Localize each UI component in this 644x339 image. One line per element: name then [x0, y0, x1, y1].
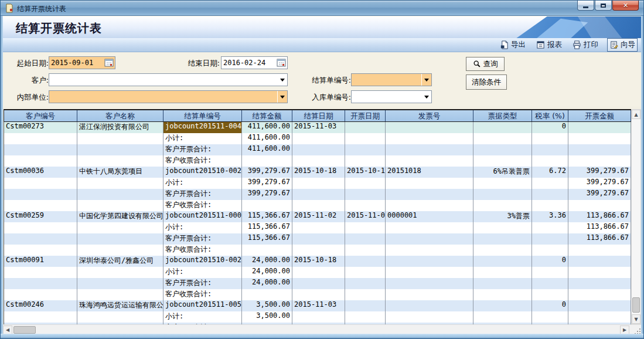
cell[interactable]: [345, 245, 386, 256]
cell[interactable]: [568, 133, 631, 144]
cell[interactable]: 399,279.67: [568, 178, 631, 189]
cell[interactable]: [292, 133, 345, 144]
cell[interactable]: [77, 222, 163, 233]
cell[interactable]: [345, 122, 386, 133]
cell[interactable]: [386, 178, 473, 189]
cell[interactable]: 3,500.00: [242, 311, 292, 323]
cell[interactable]: [473, 122, 532, 133]
table-row[interactable]: 客户开票合计:411,600.00: [4, 144, 631, 155]
column-header-2[interactable]: 结算单编号: [163, 110, 242, 121]
cell[interactable]: 411,600.00: [242, 144, 292, 155]
cell[interactable]: [473, 133, 532, 144]
scroll-left-icon[interactable]: ◀: [3, 326, 12, 334]
cell[interactable]: [386, 267, 473, 278]
cell[interactable]: [473, 200, 532, 211]
cell[interactable]: [345, 200, 386, 211]
report-button[interactable]: 报表: [534, 39, 564, 51]
cell[interactable]: [77, 311, 163, 323]
cell[interactable]: 115,366.67: [242, 233, 292, 245]
cell[interactable]: [4, 311, 77, 323]
cell[interactable]: [77, 200, 163, 211]
cell[interactable]: 113,866.67: [568, 233, 631, 245]
table-row[interactable]: Cstm00091深圳华泰公司/雅鑫公司jobcount201510-00212…: [4, 256, 631, 267]
scroll-up-icon[interactable]: ▲: [632, 110, 640, 119]
table-row[interactable]: 小计:399,279.67399,279.67: [4, 178, 631, 189]
cell[interactable]: 411,600.00: [242, 122, 292, 133]
cell[interactable]: [77, 278, 163, 289]
cell[interactable]: [473, 155, 532, 167]
column-header-5[interactable]: 开票日期: [345, 110, 386, 121]
horizontal-scroll-thumb[interactable]: [13, 326, 36, 334]
query-button[interactable]: 查询: [466, 57, 505, 71]
cell[interactable]: 2015-10-18: [292, 256, 345, 267]
cell[interactable]: [568, 122, 631, 133]
cell[interactable]: [242, 155, 292, 167]
cell[interactable]: jobcount201510-0028: [163, 167, 242, 178]
cell[interactable]: [473, 144, 532, 155]
cell[interactable]: [345, 133, 386, 144]
cell[interactable]: [292, 189, 345, 200]
column-header-8[interactable]: 税率 (%): [532, 110, 568, 121]
cell[interactable]: [345, 289, 386, 300]
cell[interactable]: [4, 189, 77, 200]
cell[interactable]: [345, 267, 386, 278]
column-header-6[interactable]: 发票号: [386, 110, 473, 121]
end-date-field[interactable]: 2016-02-24: [221, 56, 288, 69]
cell[interactable]: 深圳华泰公司/雅鑫公司: [77, 256, 163, 267]
cell[interactable]: jobcount201510-0021: [163, 256, 242, 267]
cell[interactable]: 0000001: [386, 211, 473, 222]
cell[interactable]: 20151018: [386, 167, 473, 178]
cell[interactable]: 399,279.67: [242, 167, 292, 178]
cell[interactable]: [386, 278, 473, 289]
wizard-button[interactable]: 向导: [607, 38, 638, 52]
cell[interactable]: [532, 189, 568, 200]
cell[interactable]: 客户开票合计:: [163, 278, 242, 289]
cell[interactable]: 2015-11-03: [292, 300, 345, 311]
chevron-down-icon[interactable]: [277, 91, 287, 103]
calendar-icon[interactable]: [277, 58, 286, 67]
cell[interactable]: [292, 155, 345, 167]
cell[interactable]: [568, 300, 631, 311]
cell[interactable]: [473, 178, 532, 189]
cell[interactable]: [386, 122, 473, 133]
cell[interactable]: [386, 245, 473, 256]
cell[interactable]: [345, 155, 386, 167]
cell[interactable]: [532, 155, 568, 167]
cell[interactable]: jobcount201511-0043: [163, 122, 242, 133]
cell[interactable]: [4, 155, 77, 167]
close-button[interactable]: ✕: [612, 1, 639, 11]
cell[interactable]: 中国化学第四建设有限公司: [77, 211, 163, 222]
cell[interactable]: jobcount201511-0003: [163, 211, 242, 222]
column-header-9[interactable]: 开票金额: [568, 110, 631, 121]
cell[interactable]: 399,279.67: [242, 189, 292, 200]
cell[interactable]: 客户收票合计:: [163, 245, 242, 256]
cell[interactable]: [4, 233, 77, 245]
inbound-no-dropdown[interactable]: [351, 90, 432, 103]
table-row[interactable]: 客户收票合计:: [4, 200, 631, 211]
cell[interactable]: 客户收票合计:: [163, 155, 242, 167]
start-date-field[interactable]: 2015-09-01: [49, 56, 115, 69]
cell[interactable]: 中铁十八局东莞项目: [77, 167, 163, 178]
maximize-button[interactable]: [595, 1, 612, 11]
vertical-scroll-thumb[interactable]: [632, 297, 640, 313]
cell[interactable]: [77, 133, 163, 144]
scroll-right-icon[interactable]: ▶: [620, 326, 629, 334]
cell[interactable]: [345, 189, 386, 200]
cell[interactable]: [4, 144, 77, 155]
cell[interactable]: 2015-11-03: [292, 122, 345, 133]
cell[interactable]: [473, 256, 532, 267]
cell[interactable]: [473, 289, 532, 300]
table-row[interactable]: 客户开票合计:399,279.67399,279.67: [4, 189, 631, 200]
cell[interactable]: [532, 311, 568, 323]
cell[interactable]: [345, 311, 386, 323]
table-row[interactable]: 客户开票合计:115,366.67113,866.67: [4, 233, 631, 245]
cell[interactable]: [532, 133, 568, 144]
cell[interactable]: 小计:: [163, 267, 242, 278]
column-header-3[interactable]: 结算金额: [242, 110, 292, 121]
table-row[interactable]: 客户收票合计:: [4, 289, 631, 300]
cell[interactable]: 411,600.00: [242, 133, 292, 144]
cell[interactable]: [386, 300, 473, 311]
cell[interactable]: 客户开票合计:: [163, 189, 242, 200]
cell[interactable]: [345, 233, 386, 245]
column-header-1[interactable]: 客户名称: [77, 110, 163, 121]
